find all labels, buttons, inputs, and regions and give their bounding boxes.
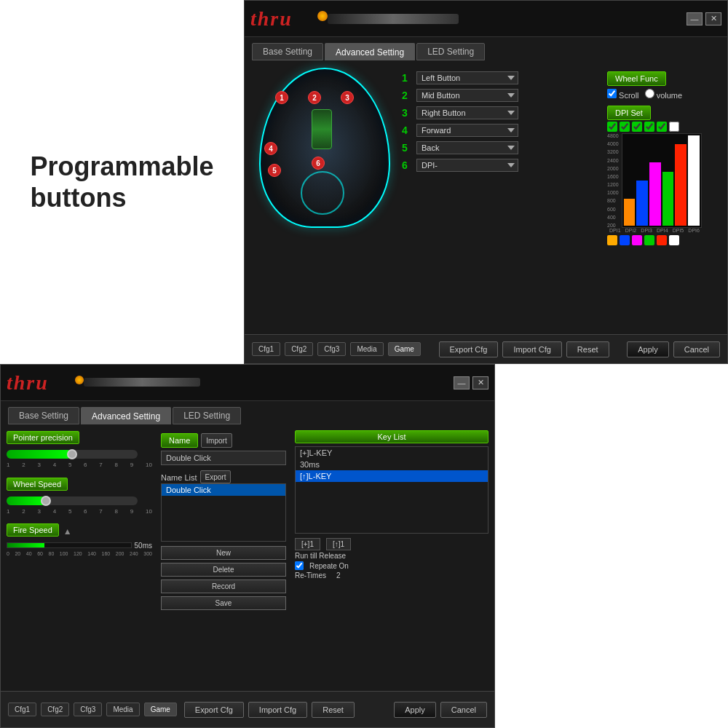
dpi-cb-5[interactable] xyxy=(657,122,667,132)
cfg2-button[interactable]: Cfg2 xyxy=(285,342,313,356)
dpi-bar-3 xyxy=(649,162,661,226)
cfg3-button[interactable]: Cfg3 xyxy=(317,342,346,356)
reset-button[interactable]: Reset xyxy=(566,341,609,357)
bottom-tab-base-setting[interactable]: Base Setting xyxy=(8,407,79,424)
wheel-func-area: Wheel Func Scroll volume xyxy=(607,71,716,100)
record-button[interactable]: Record xyxy=(161,579,286,593)
dpi-x-axis: DPI1DPI2DPI3DPI4DPI5DPI6 xyxy=(607,228,702,233)
dpi-cb-4[interactable] xyxy=(644,122,654,132)
tab-base-setting[interactable]: Base Setting xyxy=(252,43,323,60)
color-swatch-1[interactable] xyxy=(607,235,617,245)
new-button[interactable]: New xyxy=(161,546,286,560)
btn-select-2[interactable]: Mid Button xyxy=(416,89,518,102)
key-options: [+]1 [↑]1 Run till Release Repeate On Re… xyxy=(295,538,488,579)
media-button[interactable]: Media xyxy=(350,342,383,356)
save-button[interactable]: Save xyxy=(161,596,286,610)
bottom-title-bar: thru — ✕ xyxy=(1,365,494,401)
dpi-bar-5 xyxy=(675,144,687,226)
import-button[interactable]: Import xyxy=(201,433,232,448)
btn-row-3: 3 Right Button xyxy=(402,106,599,119)
export-button[interactable]: Export xyxy=(200,470,232,483)
btn-select-3[interactable]: Right Button xyxy=(416,106,518,119)
mouse-diagram: 1 2 3 4 5 6 xyxy=(252,68,397,315)
top-title-bar: thru — ✕ xyxy=(245,1,727,37)
macro-list-item-double-click[interactable]: Double Click xyxy=(162,484,285,496)
dpi-bar-chart xyxy=(622,133,702,228)
mouse-btn-2: 2 xyxy=(308,91,321,104)
top-app-window: thru — ✕ Base Setting Advanced Setting L… xyxy=(244,0,728,364)
fire-speed-ms: 50ms xyxy=(135,542,152,550)
name-button[interactable]: Name xyxy=(161,433,198,448)
color-swatch-6[interactable] xyxy=(669,235,679,245)
dpi-cb-2[interactable] xyxy=(620,122,630,132)
btn-num-1: 1 xyxy=(402,72,412,84)
bottom-export-row: Export Cfg Import Cfg Reset xyxy=(184,702,355,718)
bottom-cfg2-button[interactable]: Cfg2 xyxy=(41,703,69,716)
pointer-slider-thumb[interactable] xyxy=(67,449,77,459)
bottom-app-window: thru — ✕ Base Setting Advanced Setting L… xyxy=(0,364,495,728)
bottom-apply-button[interactable]: Apply xyxy=(394,702,436,718)
top-logo: thru xyxy=(250,7,293,31)
wheel-func-button[interactable]: Wheel Func xyxy=(607,71,666,86)
repeat-on-checkbox[interactable] xyxy=(295,561,304,570)
key-item-2[interactable]: 30ms xyxy=(296,459,488,470)
key-item-1[interactable]: [+]L-KEY xyxy=(296,447,488,459)
bottom-minimize-button[interactable]: — xyxy=(454,376,470,389)
name-input[interactable] xyxy=(161,451,286,465)
bottom-export-cfg-button[interactable]: Export Cfg xyxy=(184,702,244,718)
fire-speed-arrow[interactable]: ▲ xyxy=(63,526,72,537)
game-button[interactable]: Game xyxy=(388,342,421,356)
bottom-close-button[interactable]: ✕ xyxy=(472,376,488,389)
bottom-cfg3-button[interactable]: Cfg3 xyxy=(74,703,102,716)
btn-select-1[interactable]: Left Button xyxy=(416,71,518,84)
minimize-button[interactable]: — xyxy=(687,12,703,25)
apply-button[interactable]: Apply xyxy=(627,341,669,357)
color-swatch-3[interactable] xyxy=(632,235,642,245)
bottom-media-button[interactable]: Media xyxy=(106,703,139,716)
plus1-button[interactable]: [+]1 xyxy=(295,538,320,550)
fire-speed-header: Fire Speed ▲ xyxy=(7,523,152,539)
color-swatch-4[interactable] xyxy=(644,235,654,245)
wheel-speed-section: Wheel Speed 12345678910 xyxy=(7,477,152,515)
cancel-button[interactable]: Cancel xyxy=(673,341,720,357)
minus1-button[interactable]: [↑]1 xyxy=(326,538,351,550)
color-swatch-5[interactable] xyxy=(657,235,667,245)
key-item-3[interactable]: [↑]L-KEY xyxy=(296,470,488,482)
volume-radio[interactable] xyxy=(645,89,654,98)
bottom-cfg1-button[interactable]: Cfg1 xyxy=(8,703,36,716)
fire-speed-section: Fire Speed ▲ 50ms 0204060801001201401602… xyxy=(7,523,152,556)
re-times-value: 2 xyxy=(336,571,341,579)
export-cfg-button[interactable]: Export Cfg xyxy=(439,341,499,357)
bottom-tab-advanced-setting[interactable]: Advanced Setting xyxy=(81,407,171,424)
close-button[interactable]: ✕ xyxy=(705,12,721,25)
bottom-cancel-button[interactable]: Cancel xyxy=(440,702,487,718)
dpi-cb-6[interactable] xyxy=(669,122,679,132)
pointer-slider-track xyxy=(7,450,138,459)
delete-button[interactable]: Delete xyxy=(161,563,286,577)
macro-header: Name Import xyxy=(161,433,286,448)
bottom-import-cfg-button[interactable]: Import Cfg xyxy=(248,702,307,718)
dpi-cb-3[interactable] xyxy=(632,122,642,132)
bottom-cfg-row: Cfg1 Cfg2 Cfg3 Media Game xyxy=(8,703,177,716)
bottom-game-button[interactable]: Game xyxy=(144,703,177,716)
mouse-btn-4: 4 xyxy=(264,142,277,155)
tab-led-setting[interactable]: LED Setting xyxy=(416,43,485,60)
key-counter-row: [+]1 [↑]1 xyxy=(295,538,488,550)
dpi-set-button[interactable]: DPI Set xyxy=(607,106,651,120)
color-swatch-2[interactable] xyxy=(620,235,630,245)
import-cfg-button[interactable]: Import Cfg xyxy=(502,341,561,357)
left-settings-panel: Pointer precision 12345678910 Wheel Spee… xyxy=(7,430,152,695)
wheel-slider-thumb[interactable] xyxy=(41,496,51,506)
tab-advanced-setting[interactable]: Advanced Setting xyxy=(325,43,415,60)
mouse-btn-1: 1 xyxy=(275,91,288,104)
dpi-checkboxes xyxy=(607,122,716,132)
btn-select-5[interactable]: Back xyxy=(416,141,518,154)
scroll-checkbox[interactable] xyxy=(607,89,617,98)
btn-select-4[interactable]: Forward xyxy=(416,124,518,137)
bottom-tab-led-setting[interactable]: LED Setting xyxy=(173,407,241,424)
cfg1-button[interactable]: Cfg1 xyxy=(252,342,280,356)
mouse-btn-5: 5 xyxy=(268,164,281,177)
bottom-reset-button[interactable]: Reset xyxy=(312,702,355,718)
btn-select-6[interactable]: DPI- xyxy=(416,159,518,172)
dpi-cb-1[interactable] xyxy=(607,122,617,132)
